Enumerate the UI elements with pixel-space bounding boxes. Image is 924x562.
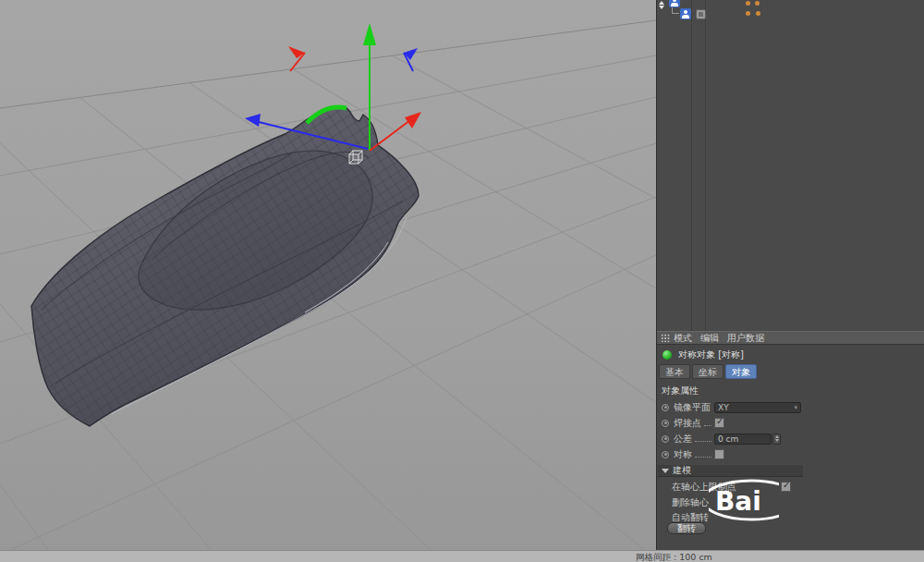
- prop-label: 焊接点: [674, 417, 701, 430]
- chevron-down-icon: ▾: [794, 404, 797, 411]
- tolerance-stepper[interactable]: [772, 434, 781, 445]
- character-object-icon[interactable]: [680, 8, 691, 19]
- visibility-dot[interactable]: [755, 1, 760, 6]
- keyframe-dot-icon[interactable]: [662, 451, 669, 458]
- keyframe-dot-icon[interactable]: [662, 435, 669, 443]
- prop-row-clamp-points: 在轴心上限制点: [657, 480, 796, 494]
- group-label: 建模: [673, 464, 691, 477]
- axis-x-arrowhead[interactable]: [405, 112, 421, 128]
- prop-label: 公差: [674, 433, 692, 446]
- clamp-points-checkbox[interactable]: [781, 482, 791, 492]
- prop-row-tolerance: 公差 0 cm: [657, 432, 805, 446]
- visibility-dot[interactable]: [756, 11, 760, 16]
- prop-row-weld-points: 焊接点: [657, 416, 805, 430]
- am-menubar: 模式 编辑 用户数据: [657, 331, 924, 345]
- prop-label: 对称: [674, 448, 692, 461]
- prop-label: 删除轴心: [672, 496, 709, 509]
- character-object-icon[interactable]: [669, 0, 680, 7]
- viewport[interactable]: [0, 0, 656, 550]
- mirror-plane-dropdown[interactable]: XY ▾: [714, 402, 801, 413]
- collapse-triangle-icon: [662, 469, 669, 473]
- menu-edit[interactable]: 编辑: [700, 332, 719, 345]
- dot-leader: [695, 434, 711, 442]
- dot-leader: [695, 450, 711, 458]
- statusbar: 网格间距 : 100 cm: [0, 550, 924, 562]
- prop-row-symmetry: 对称: [657, 447, 805, 461]
- modeling-group-header[interactable]: 建模: [658, 465, 803, 477]
- axis-z-arrowhead[interactable]: [245, 114, 261, 127]
- grid-spacing-label: 网格间距 : 100 cm: [636, 552, 712, 562]
- am-tabs: 基本 坐标 对象: [659, 364, 759, 379]
- symmetry-object-icon: [663, 350, 672, 360]
- prop-label: 镜像平面: [674, 401, 711, 414]
- tag-icon[interactable]: [696, 9, 706, 19]
- tolerance-input[interactable]: 0 cm: [714, 434, 772, 445]
- c4d-window: 模式 编辑 用户数据 对称对象 [对称] 基本 坐标 对象 对象属性 镜像平面 …: [0, 0, 924, 562]
- tab-object[interactable]: 对象: [725, 364, 757, 379]
- flip-button[interactable]: 翻转: [667, 522, 706, 534]
- tab-coordinates[interactable]: 坐标: [692, 364, 723, 379]
- menu-user-data[interactable]: 用户数据: [727, 332, 764, 345]
- panel-grip-icon[interactable]: [661, 334, 670, 342]
- menu-mode[interactable]: 模式: [674, 332, 692, 345]
- prop-label: 在轴心上限制点: [672, 481, 736, 494]
- axis-y-arrowhead[interactable]: [363, 23, 376, 45]
- prop-row-delete-axis: 删除轴心: [657, 495, 796, 509]
- section-title: 对象属性: [662, 385, 699, 397]
- weld-points-checkbox[interactable]: [714, 418, 724, 428]
- dot-leader: [704, 419, 711, 426]
- object-manager: [657, 0, 924, 331]
- axis-z-flag: [404, 48, 418, 71]
- visibility-dot[interactable]: [746, 11, 750, 16]
- tab-basic[interactable]: 基本: [659, 364, 690, 379]
- hierarchy-connector: [672, 7, 679, 14]
- right-panel: 模式 编辑 用户数据 对称对象 [对称] 基本 坐标 对象 对象属性 镜像平面 …: [656, 0, 924, 550]
- om-column-separator: [691, 0, 692, 331]
- object-axis-cube[interactable]: [349, 151, 362, 164]
- keyframe-dot-icon[interactable]: [662, 404, 669, 411]
- sort-arrows-icon[interactable]: [659, 1, 664, 9]
- om-column-separator: [705, 0, 706, 331]
- prop-row-mirror-plane: 镜像平面 XY ▾: [657, 400, 805, 414]
- object-title-row: 对称对象 [对称]: [657, 348, 924, 361]
- dropdown-value: XY: [718, 403, 729, 412]
- keyframe-dot-icon[interactable]: [662, 420, 669, 427]
- symmetry-checkbox[interactable]: [714, 449, 724, 459]
- viewport-canvas: [0, 0, 656, 550]
- visibility-dot[interactable]: [746, 1, 750, 6]
- object-title: 对称对象 [对称]: [678, 348, 744, 361]
